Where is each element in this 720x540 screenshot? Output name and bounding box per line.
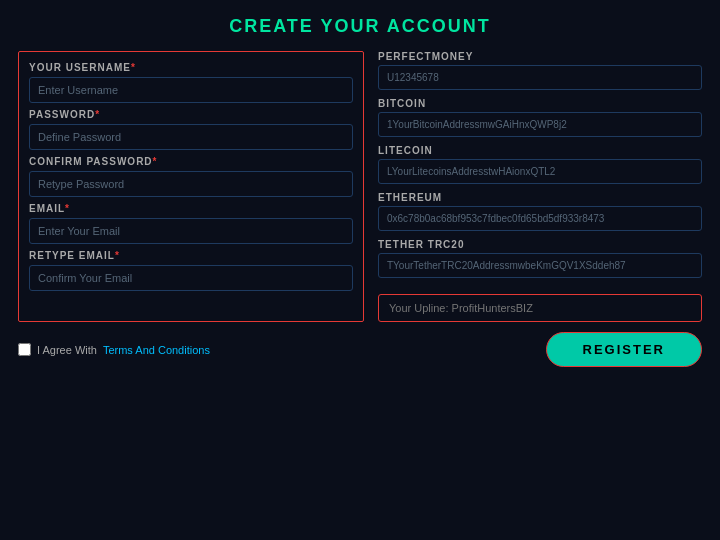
ethereum-group: ETHEREUM [378,192,702,231]
litecoin-group: LITECOIN [378,145,702,184]
username-label: YOUR USERNAME* [29,62,353,73]
username-input[interactable] [29,77,353,103]
bitcoin-group: BITCOIN [378,98,702,137]
bottom-row: I Agree With Terms And Conditions REGIST… [18,332,702,367]
bitcoin-input[interactable] [378,112,702,137]
terms-row: I Agree With Terms And Conditions [18,343,210,356]
password-input[interactable] [29,124,353,150]
username-group: YOUR USERNAME* [29,62,353,103]
right-column: PERFECTMONEY BITCOIN LITECOIN ETHEREUM T… [378,51,702,322]
email-label: EMAIL* [29,203,353,214]
upline-group [378,294,702,322]
retype-email-group: RETYPE EMAIL* [29,250,353,291]
confirm-password-label: CONFIRM PASSWORD* [29,156,353,167]
upline-input[interactable] [378,294,702,322]
perfectmoney-input[interactable] [378,65,702,90]
page-title: CREATE YOUR ACCOUNT [18,16,702,37]
litecoin-label: LITECOIN [378,145,702,156]
tether-group: TETHER TRC20 [378,239,702,278]
confirm-password-input[interactable] [29,171,353,197]
tether-label: TETHER TRC20 [378,239,702,250]
confirm-password-group: CONFIRM PASSWORD* [29,156,353,197]
retype-email-label: RETYPE EMAIL* [29,250,353,261]
terms-text: I Agree With [37,344,97,356]
ethereum-input[interactable] [378,206,702,231]
ethereum-label: ETHEREUM [378,192,702,203]
left-column: YOUR USERNAME* PASSWORD* CONFIRM PASSWOR… [18,51,364,322]
perfectmoney-label: PERFECTMONEY [378,51,702,62]
password-label: PASSWORD* [29,109,353,120]
retype-email-input[interactable] [29,265,353,291]
tether-input[interactable] [378,253,702,278]
email-group: EMAIL* [29,203,353,244]
bitcoin-label: BITCOIN [378,98,702,109]
litecoin-input[interactable] [378,159,702,184]
terms-link[interactable]: Terms And Conditions [103,344,210,356]
register-button[interactable]: REGISTER [546,332,702,367]
terms-checkbox[interactable] [18,343,31,356]
email-input[interactable] [29,218,353,244]
perfectmoney-group: PERFECTMONEY [378,51,702,90]
password-group: PASSWORD* [29,109,353,150]
